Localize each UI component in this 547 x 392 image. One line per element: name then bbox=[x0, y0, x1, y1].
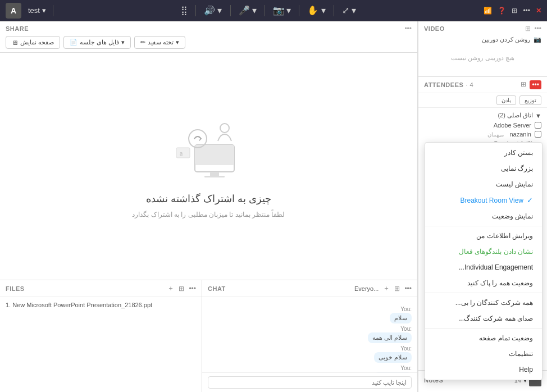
attendee-role: میهمان bbox=[487, 131, 504, 138]
share-more-btn[interactable]: ••• bbox=[404, 25, 412, 33]
attendees-distribute-btn[interactable]: توزیع bbox=[519, 95, 541, 105]
files-header-left: FILES bbox=[6, 285, 25, 292]
chat-message: You: سلام خوبی bbox=[208, 345, 412, 363]
svg-rect-8 bbox=[176, 148, 190, 158]
attendees-separator: · bbox=[466, 81, 467, 88]
room-main-header[interactable]: ▼ اتاق اصلی (2) bbox=[418, 110, 547, 121]
chat-message: You: سلام bbox=[208, 306, 412, 323]
share-screen-label: صفحه نمایش bbox=[20, 39, 54, 46]
attendee-name: nazanin bbox=[509, 131, 531, 138]
files-header: FILES ＋ ⊞ ••• bbox=[0, 280, 202, 297]
share-empty-sub: لطفاً منتظر بمانید تا میزبان مطلبی را به… bbox=[132, 211, 285, 218]
room-chevron: ▼ bbox=[535, 112, 541, 119]
check-icon: ✓ bbox=[527, 196, 533, 204]
chat-message: You: سلام الی همه bbox=[208, 326, 412, 343]
share-files-btn[interactable]: 📄 فایل های جلسه ▾ bbox=[63, 36, 131, 49]
attendee-checkbox[interactable] bbox=[535, 131, 541, 138]
menu-item-mute-all[interactable]: همه شرکت کنندگان را بی... bbox=[425, 295, 542, 311]
msg-text: سلام الی همه bbox=[368, 332, 412, 343]
menu-item-settings[interactable]: تنظیمات bbox=[425, 346, 542, 362]
topbar-icons: ⣿ 🔊 ▾ 🎤 ▾ 📷 ▾ ✋ ▾ ⤢ ▾ bbox=[60, 5, 477, 16]
mic-icon[interactable]: 🎤 ▾ bbox=[239, 5, 257, 16]
title-chevron[interactable]: ▾ bbox=[42, 6, 46, 15]
attendee-checkbox[interactable] bbox=[535, 122, 541, 129]
camera-toggle-label: روشن کردن دوربین bbox=[482, 36, 530, 43]
logo-icon: A bbox=[11, 6, 16, 15]
help-icon[interactable]: ❓ bbox=[498, 7, 506, 15]
chat-panel: CHAT Everyo... ＋ ⊞ ••• You: سلام bbox=[202, 280, 417, 392]
video-header-actions: ⊞ ••• bbox=[525, 25, 541, 33]
menu-item-clear-status[interactable]: وضعیت همه را پاک کنید bbox=[425, 275, 542, 291]
menu-item-close[interactable]: بستن کادر bbox=[425, 145, 542, 161]
chat-grid-icon[interactable]: ⊞ bbox=[394, 285, 400, 293]
svg-rect-1 bbox=[195, 145, 234, 165]
attendee-item: nazanin میهمان bbox=[418, 130, 547, 139]
apps-icon[interactable]: ⣿ bbox=[181, 5, 188, 16]
share-whiteboard-btn[interactable]: ✏ تخته سفید ▾ bbox=[134, 36, 185, 49]
menu-item-breakout-view[interactable]: ✓ Breakout Room View bbox=[425, 192, 542, 208]
share-illustration: a bbox=[164, 114, 254, 187]
volume-icon[interactable]: 🔊 ▾ bbox=[204, 5, 222, 16]
camera-icon-small: 📷 bbox=[534, 36, 541, 43]
expand-icon[interactable]: ⤢ ▾ bbox=[342, 5, 356, 16]
menu-item-mute-audio[interactable]: صدای همه شرکت کنندگ... bbox=[425, 311, 542, 326]
attendees-grid-icon[interactable]: ⊞ bbox=[521, 80, 526, 89]
chat-tab[interactable]: Everyo... bbox=[354, 285, 379, 292]
app-logo: A bbox=[6, 3, 21, 19]
hand-icon[interactable]: ✋ ▾ bbox=[307, 5, 325, 16]
share-empty-title: چیزی به اشتراک گذاشته نشده bbox=[146, 193, 271, 205]
chat-input-area bbox=[202, 372, 417, 392]
msg-sender: You: bbox=[208, 365, 412, 371]
menu-item-list[interactable]: نمایش لیست bbox=[425, 176, 542, 192]
left-panel: SHARE ••• 🖥 صفحه نمایش 📄 فایل های جلسه ▾… bbox=[0, 21, 418, 392]
menu-item-help[interactable]: Help bbox=[425, 362, 542, 377]
files-add-btn[interactable]: ＋ bbox=[167, 284, 174, 293]
menu-item-zoom[interactable]: بزرگ نمایی bbox=[425, 161, 542, 176]
files-label: FILES bbox=[6, 285, 25, 292]
menu-item-fullscreen[interactable]: وضعیت تمام صفحه bbox=[425, 330, 542, 346]
menu-item-individual[interactable]: Individual Engagement... bbox=[425, 259, 542, 275]
files-actions: ＋ ⊞ ••• bbox=[167, 284, 196, 293]
attendees-toolbar: بادن توزیع bbox=[418, 93, 547, 108]
menu-item-show-speakers[interactable]: نشان دادن بلندگوهای فعال bbox=[425, 244, 542, 259]
svg-point-5 bbox=[220, 124, 229, 133]
grid-icon[interactable]: ⊞ bbox=[512, 7, 517, 15]
video-empty: هیچ دوربینی روشن نیست bbox=[424, 43, 541, 73]
share-screen-btn[interactable]: 🖥 صفحه نمایش bbox=[6, 36, 60, 49]
files-more-btn[interactable]: ••• bbox=[189, 285, 196, 293]
share-buttons: 🖥 صفحه نمایش 📄 فایل های جلسه ▾ ✏ تخته سف… bbox=[6, 36, 412, 49]
attendees-label: ATTENDEES bbox=[424, 81, 463, 88]
menu-breakout-label: Breakout Room View bbox=[461, 197, 524, 204]
attendees-header-actions: ⊞ ••• bbox=[521, 80, 541, 89]
menu-item-status[interactable]: نمایش وضعیت bbox=[425, 208, 542, 224]
menu-item-edit-info[interactable]: ویرایش اطلاعات من bbox=[425, 228, 542, 244]
file-item: 1. New Microsoft PowerPoint Presentation… bbox=[6, 302, 196, 308]
video-section: VIDEO ⊞ ••• 📷 روشن کردن دوربین هیچ دوربی… bbox=[418, 21, 547, 77]
files-grid-icon[interactable]: ⊞ bbox=[179, 285, 184, 293]
video-grid-icon[interactable]: ⊞ bbox=[525, 25, 531, 33]
chat-add-btn[interactable]: ＋ bbox=[383, 284, 390, 293]
chat-input[interactable] bbox=[208, 376, 412, 389]
sep3 bbox=[265, 5, 265, 16]
share-section: SHARE ••• 🖥 صفحه نمایش 📄 فایل های جلسه ▾… bbox=[0, 21, 417, 53]
attendee-name: Adobe Server bbox=[494, 122, 531, 129]
chat-more-btn[interactable]: ••• bbox=[404, 285, 412, 293]
screen-icon: 🖥 bbox=[12, 39, 18, 46]
attendee-item: Adobe Server bbox=[418, 121, 547, 130]
bottom-panels: FILES ＋ ⊞ ••• 1. New Microsoft PowerPoin… bbox=[0, 280, 417, 392]
room-main: ▼ اتاق اصلی (2) Adobe Server nazanin میه… bbox=[418, 110, 547, 139]
share-label: SHARE bbox=[6, 25, 29, 32]
close-icon[interactable]: ✕ bbox=[536, 7, 541, 15]
more-icon[interactable]: ••• bbox=[523, 7, 530, 15]
files-panel: FILES ＋ ⊞ ••• 1. New Microsoft PowerPoin… bbox=[0, 280, 202, 392]
video-more-btn[interactable]: ••• bbox=[534, 25, 541, 33]
attendees-badn-btn[interactable]: بادن bbox=[496, 95, 516, 105]
msg-text: سلام خوبی bbox=[374, 352, 412, 363]
chat-header-left: CHAT bbox=[208, 285, 226, 292]
files-content: 1. New Microsoft PowerPoint Presentation… bbox=[0, 297, 202, 392]
camera-icon[interactable]: 📷 ▾ bbox=[273, 5, 291, 16]
menu-sep2 bbox=[425, 293, 542, 293]
camera-toggle-btn[interactable]: 📷 روشن کردن دوربین bbox=[424, 36, 541, 43]
attendees-more-btn[interactable]: ••• bbox=[530, 80, 541, 89]
sep4 bbox=[299, 5, 299, 16]
